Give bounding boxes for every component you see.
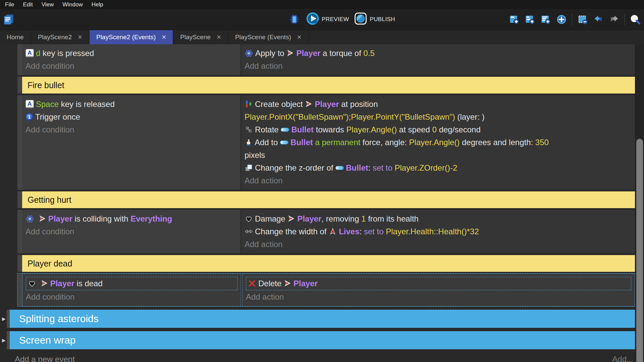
conditions-cell[interactable]: ASpace key is released1Trigger onceAdd c…: [22, 95, 241, 190]
tab-close-icon[interactable]: ×: [162, 34, 166, 41]
tab-close-icon[interactable]: ×: [78, 34, 82, 41]
action[interactable]: Add to Bullet a permanent force, angle: …: [245, 136, 632, 149]
vertical-scrollbar[interactable]: [635, 44, 644, 362]
add-button[interactable]: Add...: [612, 355, 633, 362]
redo-icon[interactable]: [607, 13, 621, 25]
group-bar[interactable]: Screen wrap: [10, 331, 635, 349]
event-row[interactable]: Player is deadAdd conditionDelete Player…: [17, 274, 635, 306]
tab-playscene[interactable]: PlayScene×: [173, 30, 228, 44]
drag-handle[interactable]: [17, 255, 22, 272]
tab-label: PlayScene: [180, 34, 211, 41]
action[interactable]: Player.PointX("BulletSpawn");Player.Poin…: [245, 111, 632, 123]
group-row[interactable]: ▶Splitting asteroids: [7, 310, 635, 328]
physics-icon: [245, 49, 253, 58]
action[interactable]: Delete Player: [246, 277, 631, 290]
tab-playscene2-events[interactable]: PlayScene2 (Events)×: [90, 30, 173, 44]
add-event-icon[interactable]: [507, 13, 521, 25]
tab-home[interactable]: Home: [0, 30, 31, 44]
drag-handle[interactable]: [17, 274, 22, 306]
menu-edit[interactable]: Edit: [18, 1, 37, 8]
menu-file[interactable]: File: [1, 1, 18, 8]
text-segment: is dead: [74, 279, 103, 288]
action[interactable]: Change the z-order of Bullet: set to Pla…: [245, 162, 632, 174]
event-row[interactable]: ASpace key is released1Trigger onceAdd c…: [17, 95, 635, 190]
action[interactable]: Change the width of Lives: set to Player…: [245, 225, 632, 238]
add-action-button[interactable]: Add action: [245, 60, 632, 72]
actions-cell[interactable]: Damage Player, removing 1 from its healt…: [241, 210, 635, 253]
conditions-cell[interactable]: Ad key is pressedAdd condition: [22, 44, 241, 75]
group-bar[interactable]: Splitting asteroids: [10, 310, 635, 328]
tab-playscene-events[interactable]: PlayScene (Events)×: [228, 30, 309, 44]
comment-bar[interactable]: Player dead: [22, 255, 635, 272]
tab-close-icon[interactable]: ×: [217, 34, 221, 41]
event-row[interactable]: Ad key is pressedAdd conditionApply to P…: [17, 44, 635, 75]
text-segment: Change the z-order of: [255, 163, 335, 172]
add-new-event-button[interactable]: Add a new event: [15, 355, 75, 362]
object-name: Player: [315, 100, 339, 109]
add-condition-button[interactable]: Add condition: [26, 291, 237, 303]
text-segment: [392, 163, 395, 172]
action[interactable]: pixels: [245, 149, 632, 162]
condition[interactable]: ASpace key is released: [25, 98, 237, 111]
condition[interactable]: Player is colliding with Everything: [25, 213, 237, 225]
publish-button[interactable]: PUBLISH: [354, 12, 395, 26]
drag-handle[interactable]: [17, 191, 22, 208]
add-action-button[interactable]: Add action: [245, 174, 632, 187]
drag-handle[interactable]: [7, 310, 10, 328]
gdevelop-logo-icon[interactable]: [3, 13, 15, 25]
drag-handle[interactable]: [17, 95, 22, 190]
menu-view[interactable]: View: [37, 1, 58, 8]
condition[interactable]: Player is dead: [26, 277, 237, 290]
add-subevent-icon[interactable]: [523, 13, 537, 25]
collapse-arrow-icon[interactable]: ▶: [2, 316, 6, 321]
drag-handle[interactable]: [17, 77, 22, 94]
expression: 350: [535, 138, 549, 147]
drag-handle[interactable]: [17, 44, 22, 75]
action[interactable]: Damage Player, removing 1 from its healt…: [245, 213, 632, 225]
condition[interactable]: 1Trigger once: [25, 111, 237, 123]
action[interactable]: Rotate Bullet towards Player.Angle() at …: [245, 123, 632, 136]
debug-icon[interactable]: [287, 13, 301, 25]
comment-row[interactable]: Getting hurt: [17, 191, 635, 208]
tab-playscene2[interactable]: PlayScene2×: [31, 30, 90, 44]
tab-close-icon[interactable]: ×: [297, 34, 302, 41]
search-icon[interactable]: [629, 13, 642, 25]
scrollbar-thumb[interactable]: [636, 139, 643, 362]
condition[interactable]: Ad key is pressed: [25, 47, 237, 60]
add-new-icon[interactable]: [555, 13, 568, 25]
drag-handle[interactable]: [17, 210, 22, 253]
undo-icon[interactable]: [592, 13, 605, 25]
text-segment: Create object: [255, 100, 305, 109]
action[interactable]: Apply to Player a torque of 0.5: [245, 47, 632, 60]
comment-row[interactable]: Player dead: [17, 255, 635, 272]
drag-handle[interactable]: [7, 331, 10, 349]
object-name: Lives: [339, 227, 359, 236]
add-condition-button[interactable]: Add condition: [25, 225, 237, 238]
menu-help[interactable]: Help: [87, 1, 108, 8]
event-row[interactable]: Player is colliding with EverythingAdd c…: [17, 210, 635, 253]
comment-row[interactable]: Fire bullet: [17, 77, 635, 94]
preview-button[interactable]: PREVIEW: [306, 12, 349, 26]
text-segment: towards: [314, 125, 346, 134]
text-segment: Add to: [255, 138, 280, 147]
action[interactable]: Create object Player at position: [245, 98, 632, 111]
publish-sphere-icon: [354, 12, 367, 26]
conditions-cell[interactable]: Player is colliding with EverythingAdd c…: [22, 210, 241, 253]
collapse-arrow-icon[interactable]: ▶: [2, 338, 6, 343]
add-action-button[interactable]: Add action: [245, 238, 632, 251]
actions-cell[interactable]: Apply to Player a torque of 0.5Add actio…: [241, 44, 635, 75]
add-condition-button[interactable]: Add condition: [25, 60, 237, 72]
create-object-icon: [245, 100, 253, 108]
comment-bar[interactable]: Getting hurt: [22, 191, 635, 208]
conditions-cell[interactable]: Player is deadAdd condition: [22, 274, 241, 306]
menu-window[interactable]: Window: [58, 1, 87, 8]
comment-bar[interactable]: Fire bullet: [22, 77, 635, 94]
add-comment-icon[interactable]: [539, 13, 552, 25]
actions-cell[interactable]: Create object Player at positionPlayer.P…: [241, 95, 635, 190]
delete-selected-icon[interactable]: [576, 13, 589, 25]
group-row[interactable]: ▶Screen wrap: [7, 331, 635, 349]
width-arrow-icon: [245, 227, 253, 236]
add-action-button[interactable]: Add action: [246, 291, 631, 303]
actions-cell[interactable]: Delete PlayerAdd action: [242, 274, 635, 306]
add-condition-button[interactable]: Add condition: [25, 123, 237, 136]
